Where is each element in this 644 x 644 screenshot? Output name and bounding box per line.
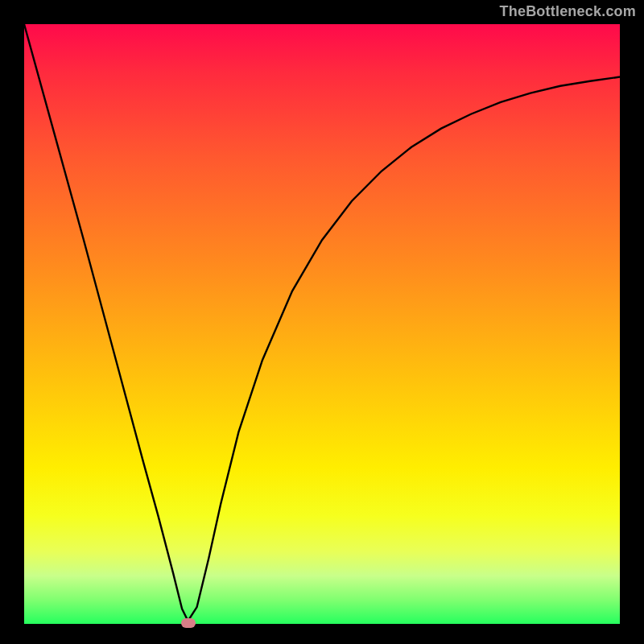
plot-area: [24, 24, 620, 624]
optimal-marker: [181, 618, 196, 628]
chart-container: TheBottleneck.com: [0, 0, 644, 644]
bottleneck-curve: [24, 24, 620, 624]
attribution-text: TheBottleneck.com: [500, 3, 636, 20]
